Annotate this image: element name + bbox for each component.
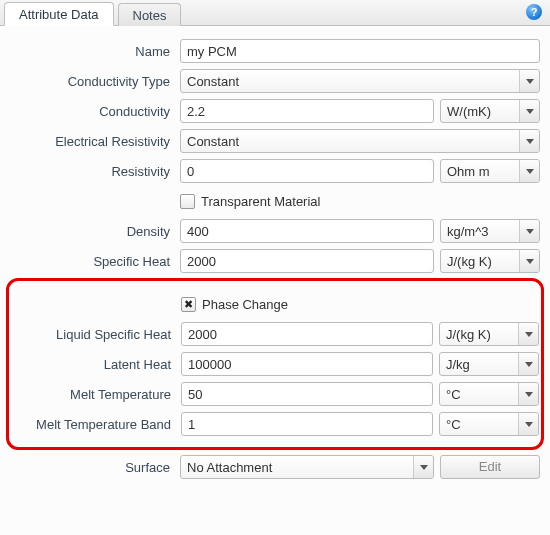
phase-change-highlight: ✖ Phase Change Liquid Specific Heat J/(k… xyxy=(6,278,544,450)
label-resistivity: Resistivity xyxy=(10,164,180,179)
liquid-specific-heat-unit-value: J/(kg K) xyxy=(446,327,491,342)
label-surface: Surface xyxy=(10,460,180,475)
conductivity-unit-select[interactable]: W/(mK) xyxy=(440,99,540,123)
surface-select[interactable]: No Attachment xyxy=(180,455,434,479)
chevron-down-icon xyxy=(519,250,539,272)
transparent-material-checkbox[interactable] xyxy=(180,194,195,209)
label-density: Density xyxy=(10,224,180,239)
chevron-down-icon xyxy=(518,353,538,375)
label-conductivity: Conductivity xyxy=(10,104,180,119)
chevron-down-icon xyxy=(519,70,539,92)
label-phase-change: Phase Change xyxy=(202,297,288,312)
specific-heat-unit-select[interactable]: J/(kg K) xyxy=(440,249,540,273)
density-unit-value: kg/m^3 xyxy=(447,224,489,239)
conductivity-input[interactable] xyxy=(180,99,434,123)
melt-temperature-band-unit-select[interactable]: °C xyxy=(439,412,539,436)
label-melt-temperature: Melt Temperature xyxy=(11,387,181,402)
label-liquid-specific-heat: Liquid Specific Heat xyxy=(11,327,181,342)
surface-value: No Attachment xyxy=(187,460,272,475)
chevron-down-icon xyxy=(519,220,539,242)
chevron-down-icon xyxy=(413,456,433,478)
edit-button: Edit xyxy=(440,455,540,479)
latent-heat-unit-value: J/kg xyxy=(446,357,470,372)
label-latent-heat: Latent Heat xyxy=(11,357,181,372)
melt-temperature-unit-select[interactable]: °C xyxy=(439,382,539,406)
electrical-resistivity-value: Constant xyxy=(187,134,239,149)
melt-temperature-input[interactable] xyxy=(181,382,433,406)
tab-notes[interactable]: Notes xyxy=(118,3,182,26)
phase-change-checkbox[interactable]: ✖ xyxy=(181,297,196,312)
label-transparent-material: Transparent Material xyxy=(201,194,320,209)
latent-heat-unit-select[interactable]: J/kg xyxy=(439,352,539,376)
chevron-down-icon xyxy=(519,100,539,122)
tabs-row: Attribute Data Notes ? xyxy=(0,0,550,26)
chevron-down-icon xyxy=(519,130,539,152)
conductivity-type-value: Constant xyxy=(187,74,239,89)
conductivity-unit-value: W/(mK) xyxy=(447,104,491,119)
specific-heat-input[interactable] xyxy=(180,249,434,273)
latent-heat-input[interactable] xyxy=(181,352,433,376)
liquid-specific-heat-input[interactable] xyxy=(181,322,433,346)
density-input[interactable] xyxy=(180,219,434,243)
label-electrical-resistivity: Electrical Resistivity xyxy=(10,134,180,149)
electrical-resistivity-select[interactable]: Constant xyxy=(180,129,540,153)
label-conductivity-type: Conductivity Type xyxy=(10,74,180,89)
chevron-down-icon xyxy=(518,413,538,435)
specific-heat-unit-value: J/(kg K) xyxy=(447,254,492,269)
chevron-down-icon xyxy=(518,383,538,405)
density-unit-select[interactable]: kg/m^3 xyxy=(440,219,540,243)
resistivity-input[interactable] xyxy=(180,159,434,183)
melt-temperature-band-input[interactable] xyxy=(181,412,433,436)
tab-attribute-data[interactable]: Attribute Data xyxy=(4,2,114,26)
liquid-specific-heat-unit-select[interactable]: J/(kg K) xyxy=(439,322,539,346)
melt-temperature-band-unit-value: °C xyxy=(446,417,461,432)
resistivity-unit-value: Ohm m xyxy=(447,164,490,179)
conductivity-type-select[interactable]: Constant xyxy=(180,69,540,93)
label-melt-temperature-band: Melt Temperature Band xyxy=(11,417,181,432)
help-icon[interactable]: ? xyxy=(526,4,542,20)
label-name: Name xyxy=(10,44,180,59)
resistivity-unit-select[interactable]: Ohm m xyxy=(440,159,540,183)
chevron-down-icon xyxy=(519,160,539,182)
label-specific-heat: Specific Heat xyxy=(10,254,180,269)
name-input[interactable] xyxy=(180,39,540,63)
melt-temperature-unit-value: °C xyxy=(446,387,461,402)
attribute-form: Name Conductivity Type Constant Conducti… xyxy=(0,26,550,480)
chevron-down-icon xyxy=(518,323,538,345)
